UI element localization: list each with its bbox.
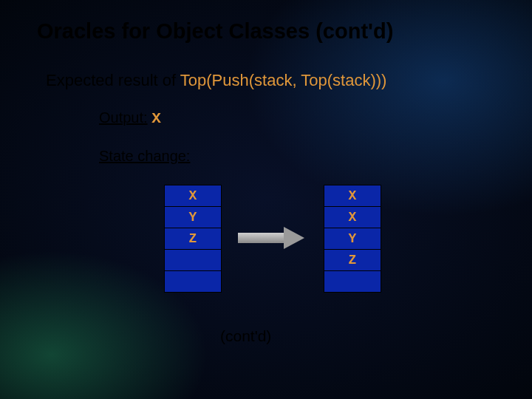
- stack-cell: X: [324, 207, 381, 228]
- expected-result-prefix: Expected result of: [46, 71, 180, 89]
- state-change-label: State change:: [99, 148, 190, 165]
- stack-cell: X: [165, 185, 221, 207]
- output-value: X: [151, 110, 161, 127]
- stack-cell: Z: [165, 228, 221, 250]
- expected-result-line: Expected result of Top(Push(stack, Top(s…: [46, 71, 386, 90]
- stack-cell: Y: [165, 207, 221, 228]
- stack-after: X X Y Z: [324, 185, 381, 293]
- stack-cell: Z: [324, 250, 381, 271]
- stack-before: X Y Z: [164, 185, 222, 293]
- slide-title: Oracles for Object Classes (cont'd): [37, 19, 393, 44]
- arrow-right-icon: [238, 228, 306, 248]
- expected-result-expression: Top(Push(stack, Top(stack))): [180, 71, 387, 89]
- stack-cell: X: [324, 185, 381, 207]
- output-label: Output:: [99, 109, 148, 126]
- output-line: Output: X: [99, 109, 161, 127]
- contd-label: (cont'd): [220, 327, 271, 345]
- stack-cell: [165, 271, 221, 292]
- slide: Oracles for Object Classes (cont'd) Expe…: [0, 0, 532, 399]
- stack-cell: [324, 271, 381, 292]
- stack-cell: Y: [324, 228, 381, 250]
- stack-cell: [165, 250, 221, 271]
